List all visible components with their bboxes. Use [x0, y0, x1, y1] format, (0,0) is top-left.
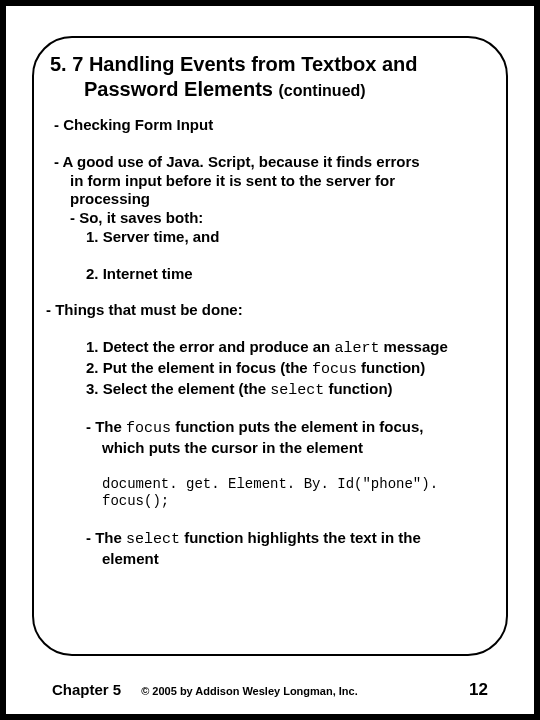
bullet-select-desc-l2: element — [102, 550, 490, 569]
text: function) — [357, 359, 425, 376]
footer-chapter: Chapter 5 — [52, 681, 121, 698]
footer-copyright: © 2005 by Addison Wesley Longman, Inc. — [141, 685, 469, 697]
item-detect-error: 1. Detect the error and produce an alert… — [86, 338, 490, 359]
slide-title: 5. 7 Handling Events from Textbox and Pa… — [50, 52, 490, 102]
slide-page: 5. 7 Handling Events from Textbox and Pa… — [6, 6, 534, 714]
text: 3. Select the element (the — [86, 380, 270, 397]
title-line2: Password Elements — [50, 78, 279, 100]
text: message — [379, 338, 447, 355]
slide-frame: 5. 7 Handling Events from Textbox and Pa… — [32, 36, 508, 656]
code-focus: focus — [312, 361, 357, 378]
bullet-focus-desc-l2: which puts the cursor in the element — [102, 439, 490, 458]
bullet-good-use-l2: in form input before it is sent to the s… — [70, 172, 490, 191]
item-put-focus: 2. Put the element in focus (the focus f… — [86, 359, 490, 380]
item-internet-time: 2. Internet time — [86, 265, 490, 284]
slide-body: - Checking Form Input - A good use of Ja… — [50, 116, 490, 568]
bullet-select-desc-l1: - The select function highlights the tex… — [86, 529, 490, 550]
text: 2. Put the element in focus (the — [86, 359, 312, 376]
code-select: select — [126, 531, 180, 548]
slide-footer: Chapter 5 © 2005 by Addison Wesley Longm… — [6, 680, 534, 700]
text: - The — [86, 529, 126, 546]
bullet-must-be-done: - Things that must be done: — [46, 301, 490, 320]
text: 1. Detect the error and produce an — [86, 338, 334, 355]
bullet-good-use-l3: processing — [70, 190, 490, 209]
text: function puts the element in focus, — [171, 418, 424, 435]
bullet-focus-desc-l1: - The focus function puts the element in… — [86, 418, 490, 439]
title-line1: 5. 7 Handling Events from Textbox and — [50, 53, 417, 75]
item-select-element: 3. Select the element (the select functi… — [86, 380, 490, 401]
code-select: select — [270, 382, 324, 399]
code-block: document. get. Element. By. Id("phone").… — [102, 476, 490, 511]
footer-page-number: 12 — [469, 680, 488, 700]
code-focus: focus — [126, 420, 171, 437]
text: function highlights the text in the — [180, 529, 421, 546]
text: - The — [86, 418, 126, 435]
bullet-good-use-l1: - A good use of Java. Script, because it… — [54, 153, 490, 172]
code-alert: alert — [334, 340, 379, 357]
text: function) — [324, 380, 392, 397]
bullet-saves-both: - So, it saves both: — [70, 209, 490, 228]
title-continued: (continued) — [279, 82, 366, 99]
bullet-checking: - Checking Form Input — [54, 116, 490, 135]
item-server-time: 1. Server time, and — [86, 228, 490, 247]
